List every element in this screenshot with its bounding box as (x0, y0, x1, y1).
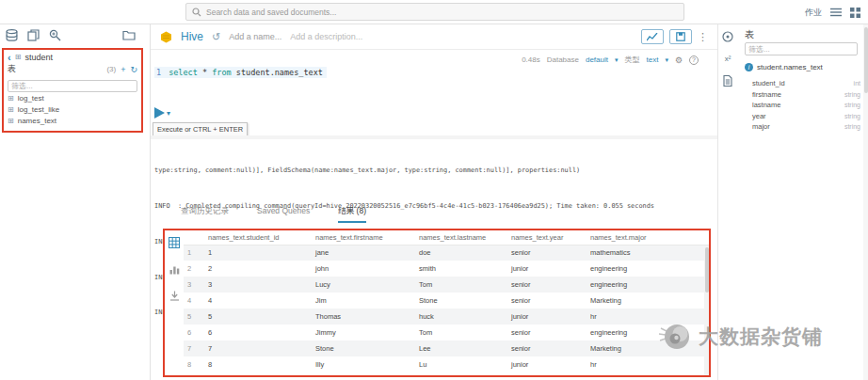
list-item[interactable]: year string (752, 111, 860, 122)
list-item[interactable]: student_id int (752, 78, 860, 89)
active-table-name[interactable]: student.names_text (757, 63, 823, 71)
type-select[interactable]: text (647, 55, 659, 64)
database-header[interactable]: ‹ ⊞ student (8, 51, 137, 63)
grid-view-icon[interactable] (169, 235, 180, 252)
table-row[interactable]: 8 8 Illy Lu junior hr (184, 356, 709, 372)
help-icon[interactable]: ? (689, 55, 699, 65)
tab-saved-queries[interactable]: Saved Queries (257, 206, 310, 223)
table-row[interactable]: 5 5 Thomas huck junior hr (184, 309, 709, 325)
table-row[interactable]: 3 3 Lucy Tom senior engineering (184, 277, 709, 293)
results-col-header[interactable]: names_text.firstname (312, 230, 415, 245)
exec-time: 0.48s (522, 55, 540, 64)
sidebar-item-log-test[interactable]: ⊞ log_test (8, 92, 137, 103)
table-cell: Illy (312, 356, 415, 372)
table-cell: engineering (587, 277, 709, 293)
language-docs-icon[interactable] (723, 75, 732, 87)
table-filter-input[interactable] (8, 80, 137, 92)
list-item[interactable]: firstname string (752, 89, 860, 101)
editor-area: Hive ↺ Add a name... Add a description..… (151, 24, 717, 380)
search-icon (192, 8, 201, 17)
results-col-header[interactable]: names_text.major (587, 230, 709, 245)
top-bar: 作业 (0, 0, 868, 24)
search-input[interactable] (206, 8, 678, 17)
table-cell: Lu (415, 356, 507, 372)
list-item[interactable]: lastname string (752, 100, 860, 111)
results-scrollbar[interactable] (704, 245, 709, 375)
table-cell: 3 (204, 277, 312, 293)
table-cell: Marketing (587, 293, 709, 309)
table-cell: 6 (184, 325, 204, 340)
results-col-header[interactable]: names_text.lastname (415, 230, 507, 245)
tab-query-history[interactable]: 查询历史记录 (181, 206, 229, 223)
table-row[interactable]: 7 7 Stone Lee senior Marketing (184, 340, 709, 356)
table-cell: Thomas (312, 309, 415, 325)
chevron-down-icon[interactable]: ▾ (665, 56, 668, 64)
column-name: student_id (752, 79, 785, 87)
table-row[interactable]: 6 6 Jimmy Tom senior engineering (184, 325, 709, 340)
more-menu-icon[interactable]: ⋮ (698, 31, 708, 43)
gear-icon[interactable]: ⚙ (675, 55, 683, 65)
chevron-down-icon[interactable]: ▾ (615, 56, 619, 64)
table-row[interactable]: 4 4 Jim Stone senior Marketing (184, 293, 709, 309)
scrollbar-thumb[interactable] (864, 27, 868, 93)
list-item[interactable]: major string (752, 121, 860, 133)
import-folder-icon[interactable] (122, 29, 136, 40)
query-history-icon[interactable]: ↺ (212, 31, 220, 43)
table-cell: 1 (184, 245, 204, 261)
database-name[interactable]: student (24, 53, 53, 62)
table-cell: Stone (415, 293, 507, 309)
jobs-list-icon[interactable] (830, 8, 842, 17)
sidebar-item-names-text[interactable]: ⊞ names_text (8, 115, 137, 126)
table-name: log_test_like (18, 105, 59, 114)
watermark-text: 大数据杂货铺 (699, 324, 823, 350)
assistant-info-icon[interactable] (722, 31, 733, 42)
tab-results[interactable]: 结果 (8) (338, 206, 366, 223)
info-icon[interactable]: i (745, 63, 753, 71)
chevron-down-icon[interactable]: ▾ (167, 109, 170, 118)
editor-header: Hive ↺ Add a name... Add a description..… (151, 24, 717, 50)
active-table-row[interactable]: i student.names_text (745, 63, 823, 71)
table-row[interactable]: 2 2 john smith junior engineering (184, 261, 709, 277)
panel-title: 表 (745, 28, 754, 41)
engine-label[interactable]: Hive (181, 30, 203, 43)
databases-icon[interactable] (6, 29, 18, 41)
download-icon[interactable] (169, 288, 180, 305)
column-name: firstname (752, 90, 781, 99)
documents-icon[interactable] (27, 29, 40, 41)
app-window: 作业 ‹ ⊞ (0, 0, 868, 380)
jobs-link[interactable]: 作业 (805, 7, 822, 19)
database-select[interactable]: default (586, 55, 608, 64)
column-name: major (752, 122, 770, 131)
results-col-header[interactable]: names_text.year (507, 230, 587, 245)
refresh-icon[interactable]: ↻ (130, 65, 137, 74)
editor-resize-handle[interactable] (151, 135, 717, 139)
table-cell: Tom (415, 277, 507, 293)
save-button[interactable] (669, 29, 692, 44)
table-cell: Stone (312, 340, 415, 356)
back-icon[interactable]: ‹ (8, 53, 11, 62)
results-col-header[interactable]: names_text.student_id (204, 230, 312, 245)
add-table-icon[interactable]: + (121, 65, 125, 74)
table-cell: 6 (204, 325, 312, 340)
table-cell: doe (415, 245, 507, 261)
sql-editor-line[interactable]: 1 select * from student.names_text (154, 67, 327, 78)
database-label: Database (547, 55, 579, 64)
execute-button[interactable]: ▾ (154, 107, 170, 119)
play-icon (154, 107, 165, 119)
query-name-field[interactable]: Add a name... (229, 32, 281, 41)
chart-view-icon[interactable] (169, 261, 180, 278)
table-cell: 3 (184, 277, 204, 293)
window-scrollbar[interactable] (863, 24, 868, 380)
table-name: names_text (18, 117, 56, 125)
query-description-field[interactable]: Add a description... (290, 32, 362, 41)
functions-icon[interactable]: x² (725, 55, 731, 63)
table-row[interactable]: 1 1 jane doe senior mathematics (184, 245, 709, 261)
column-filter-input[interactable] (745, 42, 858, 55)
scrollbar-thumb[interactable] (705, 247, 709, 293)
table-cell: 2 (204, 261, 312, 277)
global-search[interactable] (185, 3, 684, 21)
chart-button[interactable] (641, 29, 664, 44)
search-zoom-icon[interactable] (49, 29, 61, 41)
apps-grid-icon[interactable] (850, 8, 860, 18)
sidebar-item-log-test-like[interactable]: ⊞ log_test_like (8, 103, 137, 115)
